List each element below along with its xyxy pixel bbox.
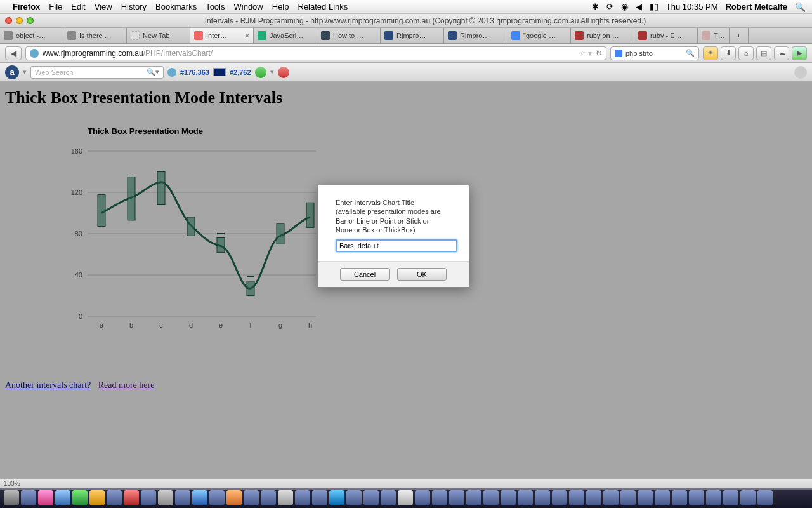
active-app[interactable]: Firefox (13, 2, 40, 11)
dock-item[interactable] (638, 490, 653, 505)
toolbar-icon-3[interactable]: ▶ (792, 46, 807, 60)
settings-gear-icon[interactable] (794, 66, 807, 79)
back-button[interactable]: ◀ (5, 46, 22, 60)
dock-item[interactable] (192, 490, 207, 505)
tab-overflow[interactable]: T… (698, 28, 730, 43)
alexa-au-rank[interactable]: #2,762 (230, 69, 251, 76)
close-tab-icon[interactable]: × (246, 32, 249, 39)
dock-item[interactable] (672, 490, 687, 505)
dock-item[interactable] (209, 490, 225, 505)
menu-history[interactable]: History (121, 2, 147, 11)
close-window-button[interactable] (5, 17, 12, 24)
tab-rjmpro2[interactable]: Rjmpro… (444, 28, 508, 43)
volume-icon[interactable]: ◀ (636, 2, 642, 11)
clock[interactable]: Thu 10:35 PM (666, 2, 718, 11)
dock-item[interactable] (740, 490, 756, 505)
tab-newtab[interactable]: New Tab (127, 28, 190, 43)
cancel-button[interactable]: Cancel (340, 268, 390, 281)
menu-related-links[interactable]: Related Links (298, 2, 348, 11)
dock-item[interactable] (312, 490, 327, 505)
dock-item[interactable] (552, 490, 567, 505)
menu-file[interactable]: File (49, 2, 62, 11)
dock-item[interactable] (483, 490, 499, 505)
tab-google[interactable]: "google … (508, 28, 571, 43)
tab-object[interactable]: object -… (0, 28, 63, 43)
dock-item[interactable] (603, 490, 619, 505)
search-bar[interactable]: php strto 🔍 (610, 46, 699, 60)
dock-item[interactable] (398, 490, 413, 505)
search-go-icon[interactable]: 🔍 (686, 49, 695, 57)
dock-item[interactable] (158, 490, 173, 505)
zoom-level[interactable]: 100% (4, 480, 20, 487)
dock-item[interactable] (689, 490, 704, 505)
dock-item[interactable] (620, 490, 636, 505)
menu-edit[interactable]: Edit (71, 2, 85, 11)
wand-icon[interactable] (255, 67, 266, 78)
dock-item[interactable] (244, 490, 259, 505)
spotlight-icon[interactable]: 🔍 (795, 2, 806, 12)
toolbar-icon-2[interactable]: ☁ (774, 46, 789, 60)
dock-item[interactable] (72, 490, 88, 505)
dock-item[interactable] (466, 490, 481, 505)
dock-item[interactable] (757, 490, 773, 505)
dock-item[interactable] (38, 490, 53, 505)
tab-intervals[interactable]: Inter…× (190, 28, 254, 43)
dock-item[interactable] (449, 490, 464, 505)
zoom-window-button[interactable] (27, 17, 34, 24)
dock-item[interactable] (226, 490, 242, 505)
dock-item[interactable] (501, 490, 516, 505)
alexa-search-input[interactable]: Web Search🔍▾ (30, 66, 164, 79)
new-tab-button[interactable]: + (730, 28, 749, 43)
bookmarks-button[interactable]: ▤ (756, 46, 771, 60)
site-identity-icon[interactable] (30, 49, 39, 58)
home-button[interactable]: ⌂ (738, 46, 754, 60)
dock-item[interactable] (329, 490, 344, 505)
menu-bookmarks[interactable]: Bookmarks (155, 2, 197, 11)
alexa-logo-icon[interactable]: a (5, 65, 19, 79)
dock-item[interactable] (4, 490, 19, 505)
dock-item[interactable] (535, 490, 550, 505)
menu-window[interactable]: Window (234, 2, 263, 11)
dock-item[interactable] (107, 490, 122, 505)
dock-item[interactable] (261, 490, 276, 505)
timemachine-icon[interactable]: ⟳ (606, 2, 613, 11)
wifi-icon[interactable]: ◉ (621, 2, 628, 11)
dock-item[interactable] (124, 490, 139, 505)
tab-rjmpro1[interactable]: Rjmpro… (381, 28, 444, 43)
dock-item[interactable] (655, 490, 670, 505)
alexa-global-rank[interactable]: #176,363 (180, 69, 209, 76)
menu-view[interactable]: View (95, 2, 112, 11)
dock-item[interactable] (586, 490, 601, 505)
bluetooth-icon[interactable]: ✱ (592, 2, 599, 11)
battery-icon[interactable]: ▮▯ (650, 2, 658, 11)
dock-item[interactable] (175, 490, 190, 505)
dock-item[interactable] (55, 490, 70, 505)
tab-howto[interactable]: How to … (317, 28, 381, 43)
dock-item[interactable] (295, 490, 310, 505)
menu-tools[interactable]: Tools (206, 2, 225, 11)
dock-item[interactable] (278, 490, 293, 505)
user-name[interactable]: Robert Metcalfe (725, 2, 787, 11)
minimize-window-button[interactable] (16, 17, 23, 24)
dock-item[interactable] (706, 490, 721, 505)
dock-item[interactable] (381, 490, 396, 505)
prompt-input[interactable] (336, 239, 457, 252)
downloads-button[interactable]: ⬇ (721, 46, 736, 60)
ok-button[interactable]: OK (397, 268, 447, 281)
tab-javascript[interactable]: JavaScri… (254, 28, 317, 43)
dock-item[interactable] (363, 490, 379, 505)
url-bar[interactable]: www.rjmprogramming.com.au/PHP/IntervalsC… (25, 46, 606, 60)
dock-item[interactable] (89, 490, 105, 505)
dock-item[interactable] (569, 490, 584, 505)
menu-help[interactable]: Help (272, 2, 289, 11)
dock-item[interactable] (432, 490, 447, 505)
toolbar-icon-1[interactable]: ☀ (703, 46, 718, 60)
dock-item[interactable] (518, 490, 533, 505)
tab-rubyon[interactable]: ruby on … (571, 28, 634, 43)
reload-icon[interactable]: ↻ (596, 49, 602, 58)
dock-item[interactable] (21, 490, 36, 505)
dock-item[interactable] (346, 490, 362, 505)
tab-rubye[interactable]: ruby - E… (634, 28, 698, 43)
dock-item[interactable] (723, 490, 738, 505)
tab-isthere[interactable]: Is there … (63, 28, 127, 43)
